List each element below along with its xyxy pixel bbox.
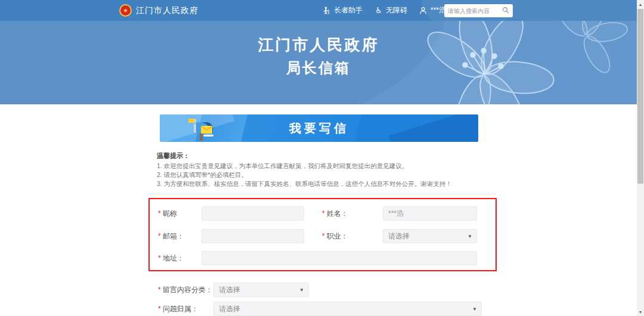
required-mark: * bbox=[158, 286, 161, 294]
national-emblem-icon: ★ bbox=[119, 4, 132, 17]
page: ★ 江门市人民政府 长者助手 ♿ 无障碍 ***浩 bbox=[0, 0, 644, 316]
nickname-label: *昵称 bbox=[158, 206, 177, 221]
name-label: *姓名： bbox=[322, 206, 348, 221]
nickname-input[interactable] bbox=[202, 206, 304, 221]
search-box bbox=[444, 4, 513, 17]
nav-elder-assistant-label: 长者助手 bbox=[334, 5, 363, 16]
site-logo[interactable]: ★ 江门市人民政府 bbox=[119, 0, 199, 21]
tips-block: 温馨提示： 1. 欢迎您提出宝贵意见建议，为本单位工作建言献策，我们将及时回复您… bbox=[157, 151, 494, 188]
nav-accessibility[interactable]: ♿ 无障碍 bbox=[374, 5, 407, 16]
required-mark: * bbox=[158, 254, 161, 262]
tips-line-3: 3. 为方便和您联系、核实信息，请留下真实姓名、联系电话等信息，这些个人信息不对… bbox=[157, 179, 494, 188]
required-mark: * bbox=[322, 232, 325, 240]
scrollbar-thumb[interactable] bbox=[637, 9, 643, 184]
email-input[interactable] bbox=[202, 229, 304, 243]
search-icon[interactable] bbox=[502, 5, 509, 16]
accessibility-icon: ♿ bbox=[374, 7, 383, 15]
nav-accessibility-label: 无障碍 bbox=[386, 5, 407, 16]
category-label: *留言内容分类： bbox=[158, 283, 213, 297]
category-select[interactable]: 请选择 ▼ bbox=[213, 283, 309, 297]
vertical-scrollbar: ▲ ▼ bbox=[637, 0, 644, 316]
address-input[interactable] bbox=[202, 251, 477, 265]
nav-user-account[interactable]: ***浩 bbox=[419, 5, 446, 16]
top-header-bar: ★ 江门市人民政府 长者助手 ♿ 无障碍 ***浩 bbox=[0, 0, 637, 21]
email-label: *邮箱： bbox=[158, 229, 184, 243]
required-mark: * bbox=[158, 232, 161, 240]
banner-title: 江门市人民政府 局长信箱 bbox=[0, 33, 637, 79]
user-icon bbox=[419, 7, 428, 15]
banner-title-line2: 局长信箱 bbox=[0, 57, 637, 79]
dropdown-arrow-icon: ▼ bbox=[299, 283, 304, 298]
nav-elder-assistant[interactable]: 长者助手 bbox=[323, 5, 363, 16]
top-navigation: 长者助手 ♿ 无障碍 ***浩 bbox=[323, 0, 446, 21]
scrollbar-down-arrow-icon[interactable]: ▼ bbox=[637, 308, 644, 316]
category-select-value: 请选择 bbox=[219, 286, 240, 294]
dropdown-arrow-icon: ▼ bbox=[467, 230, 472, 244]
write-letter-section-banner: 我要写信 bbox=[160, 114, 478, 142]
hero-banner: 江门市人民政府 局长信箱 bbox=[0, 21, 637, 104]
name-input[interactable] bbox=[383, 206, 477, 221]
banner-title-line1: 江门市人民政府 bbox=[0, 33, 637, 57]
emblem-star-glyph: ★ bbox=[123, 8, 128, 14]
belong-select-value: 请选择 bbox=[219, 305, 240, 313]
occupation-select-value: 请选择 bbox=[388, 232, 410, 240]
belong-select[interactable]: 请选择 ▼ bbox=[213, 302, 482, 316]
elder-assistant-icon bbox=[323, 7, 331, 15]
required-mark: * bbox=[158, 209, 161, 218]
scrollbar-up-arrow-icon[interactable]: ▲ bbox=[637, 0, 644, 8]
tips-line-1: 1. 欢迎您提出宝贵意见建议，为本单位工作建言献策，我们将及时回复您提出的意见建… bbox=[157, 162, 494, 171]
belong-label: *问题归属： bbox=[158, 302, 199, 316]
required-mark: * bbox=[158, 305, 161, 313]
tips-line-2: 2. 请您认真填写带*的必填栏目。 bbox=[157, 171, 494, 179]
address-label: *地址： bbox=[158, 251, 184, 265]
dropdown-arrow-icon: ▼ bbox=[472, 302, 477, 316]
required-mark: * bbox=[322, 209, 325, 218]
mailbox-icon bbox=[185, 116, 218, 141]
divider-line bbox=[152, 194, 497, 194]
occupation-label: *职业： bbox=[322, 229, 348, 243]
tips-heading: 温馨提示： bbox=[157, 151, 494, 160]
site-name: 江门市人民政府 bbox=[136, 5, 199, 16]
search-input[interactable] bbox=[448, 8, 502, 14]
occupation-select[interactable]: 请选择 ▼ bbox=[383, 229, 477, 243]
